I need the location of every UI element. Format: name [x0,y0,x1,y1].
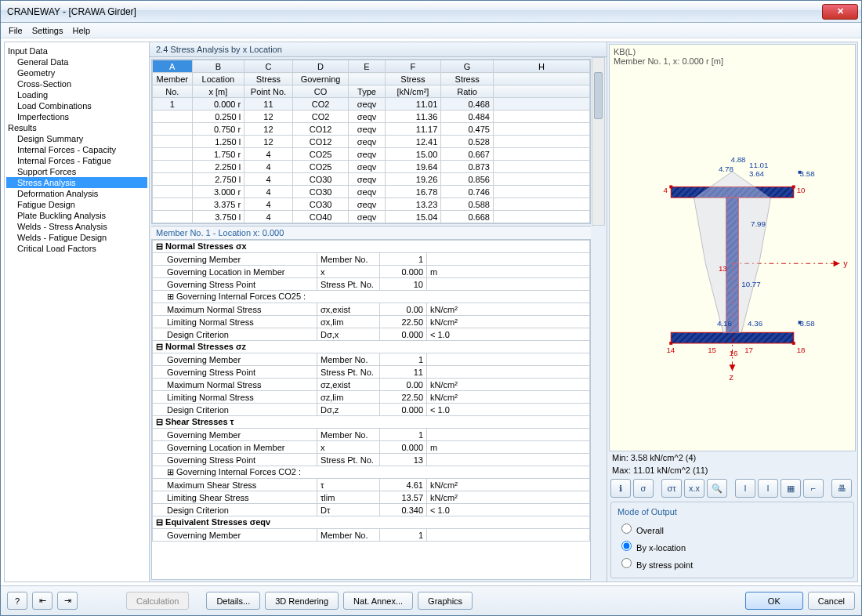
mode-title: Mode of Output [618,507,847,516]
tau-icon[interactable]: στ [661,479,682,498]
tree-input[interactable]: Input Data [6,45,147,56]
window-title: CRANEWAY - [CRAWA Girder] [4,6,822,17]
menubar: File Settings Help [1,23,861,38]
mode-group: Mode of Output Overall By x-location By … [610,502,854,578]
annex-button[interactable]: Nat. Annex... [343,592,413,610]
menu-settings[interactable]: Settings [32,26,63,35]
svg-text:z: z [730,372,733,382]
tree-item[interactable]: Plate Buckling Analysis [6,210,147,221]
tree-item[interactable]: Loading [6,89,147,100]
tree-item[interactable]: Critical Load Factors [6,243,147,254]
tree-item[interactable]: Welds - Fatigue Design [6,232,147,243]
svg-text:4.88: 4.88 [731,155,746,164]
svg-marker-11 [694,172,771,332]
svg-text:4: 4 [663,186,668,194]
detail-grid[interactable]: ⊟ Normal Stresses σxGoverning MemberMemb… [151,239,591,580]
svg-text:y: y [843,259,848,268]
next-button[interactable]: ⇥ [57,592,78,610]
tree-results[interactable]: Results [6,122,147,133]
tree-item[interactable]: Deformation Analysis [6,188,147,199]
mode-overall[interactable]: Overall [618,520,847,537]
tree-item[interactable]: Cross-Section [6,78,147,89]
svg-text:3.58: 3.58 [800,319,815,328]
svg-text:7.99: 7.99 [751,219,766,228]
detail-title: Member No. 1 - Location x: 0.000 [151,226,591,239]
tree-item[interactable]: Design Summary [6,133,147,144]
svg-text:4.36: 4.36 [748,319,762,328]
close-button[interactable]: ✕ [822,4,858,20]
mode-sp[interactable]: By stress point [618,554,847,571]
viewer-min: Min: 3.58 kN/cm^2 (4) [609,451,856,464]
nav-tree[interactable]: Input Data General DataGeometryCross-Sec… [5,42,150,582]
svg-text:15: 15 [708,346,716,354]
xx-icon[interactable]: x.x [684,479,704,498]
tree-item[interactable]: Stress Analysis [6,177,147,188]
cancel-button[interactable]: Cancel [808,592,855,610]
tree-item[interactable]: Support Forces [6,166,147,177]
info-icon[interactable]: ℹ [610,479,631,498]
print-icon[interactable]: 🖶 [831,479,852,498]
svg-text:4.16: 4.16 [717,319,732,328]
footer: ? ⇤ ⇥ Calculation Details... 3D Renderin… [1,585,861,615]
svg-text:4.78: 4.78 [719,165,733,173]
calculation-button: Calculation [126,592,189,610]
viewer-head1: KB(L) [614,47,851,56]
svg-text:11.01: 11.01 [749,161,768,169]
svg-text:16: 16 [730,349,738,357]
zoom-icon[interactable]: 🔍 [707,479,727,498]
svg-text:13: 13 [719,264,727,273]
svg-text:3.58: 3.58 [800,169,815,178]
tree-item[interactable]: Load Combinations [6,100,147,111]
ok-button[interactable]: OK [745,592,803,610]
menu-file[interactable]: File [9,26,23,35]
svg-text:3.64: 3.64 [749,169,765,178]
rendering-button[interactable]: 3D Rendering [265,592,339,610]
axis-icon[interactable]: ⌐ [803,479,824,498]
tree-item[interactable]: General Data [6,56,147,67]
svg-text:17: 17 [744,346,753,354]
tree-item[interactable]: Internal Forces - Fatigue [6,155,147,166]
tree-item[interactable]: Fatigue Design [6,199,147,210]
svg-text:10: 10 [797,186,806,194]
tree-item[interactable]: Geometry [6,67,147,78]
tree-item[interactable]: Internal Forces - Capacity [6,144,147,155]
svg-rect-32 [669,342,672,345]
help-button[interactable]: ? [7,592,27,610]
prev-button[interactable]: ⇤ [32,592,53,610]
details-button[interactable]: Details... [206,592,260,610]
svg-marker-9 [730,364,736,371]
svg-text:14: 14 [666,346,675,354]
viewer-head2: Member No. 1, x: 0.000 r [m] [614,56,851,66]
ibeam2-icon[interactable]: I [758,479,778,498]
svg-rect-31 [792,185,795,188]
tree-item[interactable]: Welds - Stress Analysis [6,221,147,232]
titlebar: CRANEWAY - [CRAWA Girder] ✕ [1,1,861,23]
tree-item[interactable]: Imperfections [6,111,147,122]
viewer-toolbar: ℹ σ στ x.x 🔍 I I ▦ ⌐ 🖶 [609,476,856,500]
svg-rect-34 [799,171,802,174]
svg-rect-35 [799,321,802,324]
viewer-max: Max: 11.01 kN/cm^2 (11) [609,464,856,476]
menu-help[interactable]: Help [72,26,90,35]
graphics-button[interactable]: Graphics [418,592,473,610]
svg-rect-33 [792,342,795,345]
svg-marker-6 [834,260,840,266]
pane-title: 2.4 Stress Analysis by x Location [150,42,607,57]
svg-text:18: 18 [797,346,806,354]
mode-xloc[interactable]: By x-location [618,537,847,554]
svg-rect-30 [669,185,672,188]
svg-text:10.77: 10.77 [741,280,760,288]
ibeam-icon[interactable]: I [735,479,755,498]
results-grid[interactable]: ABCDEFGH MemberLocationStressGoverningSt… [151,59,591,224]
section-viewer[interactable]: KB(L) Member No. 1, x: 0.000 r [m] [609,44,856,451]
grid-icon[interactable]: ▦ [781,479,801,498]
sigma-icon[interactable]: σ [633,479,654,498]
